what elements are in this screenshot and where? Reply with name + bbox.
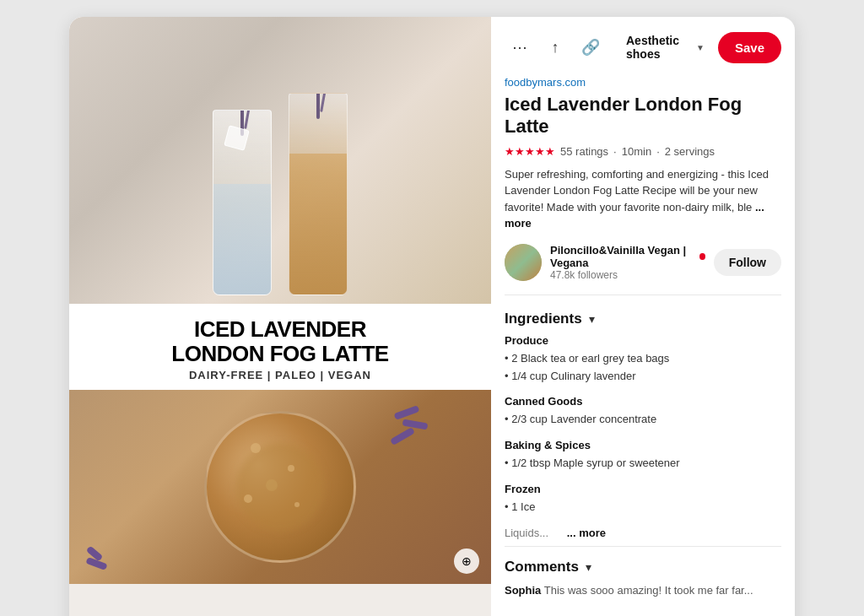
scroll-content: foodbymars.com Iced Lavender London Fog … — [491, 73, 795, 616]
divider-2 — [505, 546, 781, 547]
author-avatar — [505, 244, 542, 281]
author-followers: 47.8k followers — [550, 269, 705, 281]
board-name: Aesthetic shoes — [626, 34, 693, 61]
rating-count: 55 ratings — [560, 145, 608, 158]
author-info: Piloncillo&Vainilla Vegan | Vegana 47.8k… — [550, 244, 705, 281]
comment-preview: Sophia This was sooo amazing! It took me… — [505, 581, 781, 603]
recipe-title: Iced Lavender London Fog Latte — [505, 94, 781, 138]
divider — [505, 294, 781, 295]
comments-title: Comments — [505, 559, 579, 575]
author-row: Piloncillo&Vainilla Vegan | Vegana 47.8k… — [505, 244, 781, 281]
ingredient-group-frozen: Frozen 1 Ice — [505, 483, 781, 516]
ingredient-group-canned: Canned Goods 2/3 cup Lavender concentrat… — [505, 395, 781, 429]
board-chevron-icon: ▼ — [696, 43, 705, 52]
ingredients-title: Ingredients — [505, 311, 582, 327]
ingredients-chevron-icon: ▾ — [589, 312, 595, 326]
frozen-title: Frozen — [505, 483, 781, 495]
ingredient-ice: 1 Ice — [505, 499, 781, 516]
star-rating: ★★★★★ — [505, 145, 555, 158]
ingredient-concentrate: 2/3 cup Lavender concentrate — [505, 411, 781, 429]
recipe-meta: ★★★★★ 55 ratings · 10min · 2 servings — [505, 145, 781, 158]
glass-right — [289, 93, 348, 295]
image-bottom: ⊕ — [69, 390, 491, 584]
source-link[interactable]: foodbymars.com — [505, 76, 781, 89]
produce-title: Produce — [505, 334, 781, 347]
ingredient-lavender: 1/4 cup Culinary lavender — [505, 368, 781, 386]
board-selector[interactable]: Aesthetic shoes ▼ — [619, 29, 711, 66]
image-panel: ICED LAVENDER LONDON FOG LATTE DAIRY-FRE… — [69, 17, 491, 616]
image-subtitle: DAIRY-FREE | PALEO | VEGAN — [86, 369, 474, 381]
bowl-visual — [204, 411, 356, 563]
ingredient-group-spices: Baking & Spices 1/2 tbsp Maple syrup or … — [505, 439, 781, 473]
toolbar: ⋯ ↑ 🔗 Aesthetic shoes ▼ Save — [491, 17, 795, 73]
glass-left — [213, 110, 272, 295]
share-button[interactable]: ↑ — [540, 32, 570, 62]
ingredient-syrup: 1/2 tbsp Maple syrup or sweetener — [505, 455, 781, 473]
ingredient-group-produce: Produce 2 Black tea or earl grey tea bag… — [505, 334, 781, 386]
canned-goods-title: Canned Goods — [505, 395, 781, 408]
main-card: ICED LAVENDER LONDON FOG LATTE DAIRY-FRE… — [69, 17, 795, 616]
toolbar-icons: ⋯ ↑ 🔗 — [505, 32, 606, 62]
comments-section-header[interactable]: Comments ▾ — [505, 554, 781, 581]
right-panel: ⋯ ↑ 🔗 Aesthetic shoes ▼ Save foodbymars.… — [491, 17, 795, 616]
ingredient-tea: 2 Black tea or earl grey tea bags — [505, 350, 781, 368]
more-options-button[interactable]: ⋯ — [505, 32, 535, 62]
recipe-description: Super refreshing, comforting and energiz… — [505, 166, 781, 232]
baking-spices-title: Baking & Spices — [505, 439, 781, 451]
lavender-pieces — [394, 409, 428, 440]
author-name: Piloncillo&Vainilla Vegan | Vegana — [550, 244, 705, 269]
image-top — [69, 17, 491, 304]
servings: 2 servings — [665, 145, 715, 158]
ingredients-list: Produce 2 Black tea or earl grey tea bag… — [505, 334, 781, 539]
more-ingredients-link[interactable]: ... more — [567, 527, 606, 539]
see-more-ingredients: Liquids... ... more — [505, 527, 781, 539]
link-button[interactable]: 🔗 — [575, 32, 606, 62]
ingredients-section-header[interactable]: Ingredients ▾ — [505, 302, 781, 334]
follow-button[interactable]: Follow — [714, 249, 781, 276]
cook-time: 10min — [622, 145, 651, 158]
verified-icon — [699, 253, 705, 260]
image-title: ICED LAVENDER LONDON FOG LATTE — [86, 317, 474, 365]
camera-icon[interactable]: ⊕ — [454, 548, 479, 574]
image-title-band: ICED LAVENDER LONDON FOG LATTE DAIRY-FRE… — [69, 304, 491, 390]
comments-chevron-icon: ▾ — [586, 560, 591, 574]
save-button[interactable]: Save — [718, 32, 781, 63]
